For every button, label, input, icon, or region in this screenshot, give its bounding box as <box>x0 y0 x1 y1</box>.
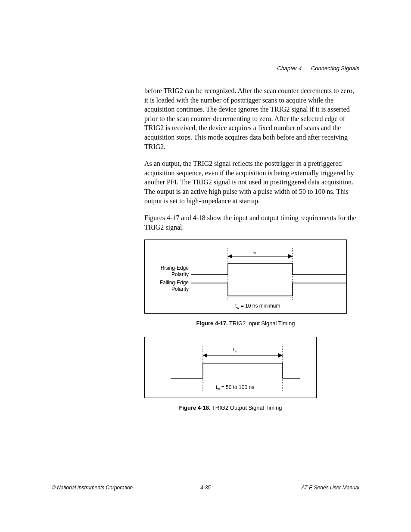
figure-4-17-number: Figure 4-17. <box>196 320 228 327</box>
figure-4-17-diagram: Rising-Edge Polarity Falling-Edge Polari… <box>144 240 347 314</box>
paragraph-3: Figures 4-17 and 4-18 show the input and… <box>144 213 359 232</box>
svg-marker-9 <box>278 353 283 358</box>
svg-marker-3 <box>228 254 232 258</box>
figure-4-18-caption: Figure 4-18. TRIG2 Output Signal Timing <box>144 404 317 412</box>
body-text: before TRIG2 can be recognized. After th… <box>144 86 359 232</box>
running-header: Chapter 4 Connecting Signals <box>277 65 359 72</box>
paragraph-2: As an output, the TRIG2 signal reflects … <box>144 159 359 205</box>
figure-4-18-number: Figure 4-18. <box>179 404 211 411</box>
header-chapter: Chapter 4 <box>277 65 302 72</box>
paragraph-1: before TRIG2 can be recognized. After th… <box>144 86 359 151</box>
footer-page-number: 4-35 <box>52 484 359 491</box>
page-footer: © National Instruments Corporation 4-35 … <box>52 484 359 491</box>
timing-svg-17 <box>191 240 346 313</box>
figure-4-18: tw tw = 50 to 100 ns Figure 4-18. TRIG2 … <box>144 337 317 412</box>
label-rising-edge: Rising-Edge Polarity <box>149 265 189 277</box>
figure-4-17-title: TRIG2 Input Signal Timing <box>228 320 295 327</box>
figure-4-18-diagram: tw tw = 50 to 100 ns <box>144 337 317 398</box>
svg-marker-8 <box>203 353 207 358</box>
svg-marker-4 <box>288 254 293 258</box>
label-falling-edge: Falling-Edge Polarity <box>149 280 189 292</box>
figure-4-17-caption: Figure 4-17. TRIG2 Input Signal Timing <box>144 320 347 327</box>
header-section: Connecting Signals <box>311 65 359 72</box>
figure-4-17: Rising-Edge Polarity Falling-Edge Polari… <box>144 240 347 327</box>
figure-4-18-title: TRIG2 Output Signal Timing <box>211 404 282 411</box>
timing-svg-18 <box>145 337 317 398</box>
